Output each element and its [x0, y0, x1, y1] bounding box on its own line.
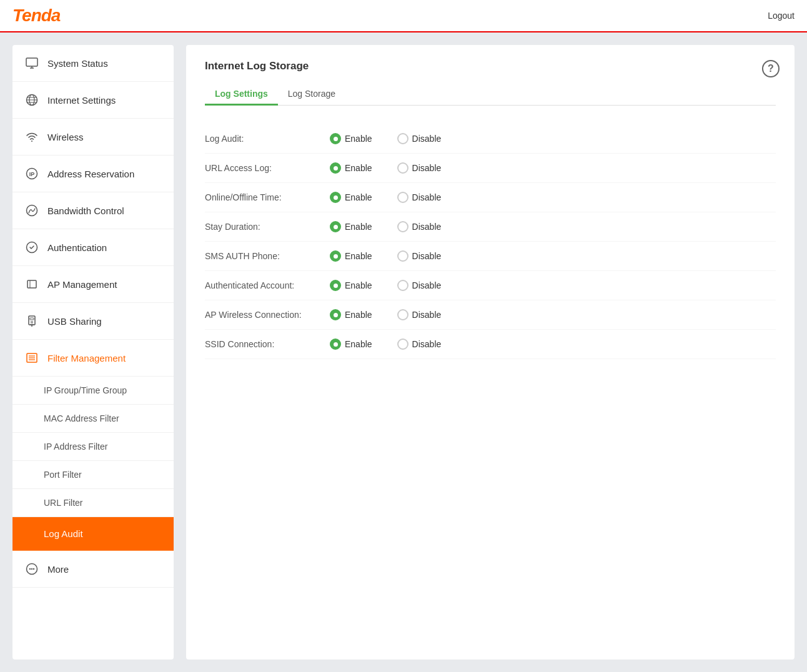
enable-radio-url-access-log[interactable]	[330, 162, 341, 174]
sidebar-item-address-reservation[interactable]: IP Address Reservation	[12, 156, 174, 192]
disable-option-ssid-connection[interactable]: Disable	[397, 338, 442, 350]
sidebar-sub-item-label: URL Filter	[44, 498, 83, 508]
sidebar-sub-item-ip-group-time-group[interactable]: IP Group/Time Group	[12, 377, 174, 405]
radio-group-online-offline-time: EnableDisable	[330, 192, 441, 203]
disable-option-log-audit[interactable]: Disable	[397, 133, 442, 144]
enable-option-url-access-log[interactable]: Enable	[330, 162, 372, 174]
disable-label-log-audit: Disable	[412, 134, 442, 144]
disable-option-ap-wireless-connection[interactable]: Disable	[397, 309, 442, 320]
enable-label-online-offline-time: Enable	[345, 192, 372, 202]
disable-radio-online-offline-time[interactable]	[397, 192, 408, 203]
enable-option-online-offline-time[interactable]: Enable	[330, 192, 372, 203]
enable-label-ap-wireless-connection: Enable	[345, 310, 372, 320]
svg-point-8	[31, 141, 32, 142]
disable-option-url-access-log[interactable]: Disable	[397, 162, 442, 174]
enable-option-stay-duration[interactable]: Enable	[330, 221, 372, 232]
disable-label-stay-duration: Disable	[412, 222, 442, 232]
disable-radio-sms-auth-phone[interactable]	[397, 250, 408, 262]
usb-icon	[25, 314, 39, 328]
header: Tenda Logout	[0, 0, 807, 32]
monitor-icon	[25, 56, 39, 70]
logout-button[interactable]: Logout	[768, 11, 795, 21]
sidebar-item-label: Filter Management	[47, 353, 126, 363]
sidebar-item-label: Wireless	[47, 132, 84, 142]
sidebar-item-authentication[interactable]: Authentication	[12, 229, 174, 266]
enable-radio-ssid-connection[interactable]	[330, 338, 341, 350]
form-row-online-offline-time: Online/Offline Time:EnableDisable	[205, 183, 776, 212]
sidebar-sub-item-url-filter[interactable]: URL Filter	[12, 489, 174, 517]
sidebar-item-more[interactable]: More	[12, 551, 174, 588]
disable-radio-stay-duration[interactable]	[397, 221, 408, 232]
form-label-ap-wireless-connection: AP Wireless Connection:	[205, 310, 330, 320]
page-title: Internet Log Storage	[205, 60, 776, 72]
form-rows: Log Audit:EnableDisableURL Access Log:En…	[205, 124, 776, 359]
disable-label-ssid-connection: Disable	[412, 339, 442, 349]
enable-label-log-audit: Enable	[345, 134, 372, 144]
disable-radio-ssid-connection[interactable]	[397, 338, 408, 350]
sidebar-item-system-status[interactable]: System Status	[12, 45, 174, 82]
form-label-log-audit: Log Audit:	[205, 134, 330, 144]
sidebar-sub-item-port-filter[interactable]: Port Filter	[12, 461, 174, 489]
sidebar-item-internet-settings[interactable]: Internet Settings	[12, 82, 174, 119]
sidebar-item-filter-management[interactable]: Filter Management	[12, 340, 174, 377]
radio-group-log-audit: EnableDisable	[330, 133, 441, 144]
radio-group-ap-wireless-connection: EnableDisable	[330, 309, 441, 320]
disable-radio-authenticated-account[interactable]	[397, 280, 408, 291]
radio-group-sms-auth-phone: EnableDisable	[330, 250, 441, 262]
sidebar-item-wireless[interactable]: Wireless	[12, 119, 174, 156]
enable-option-sms-auth-phone[interactable]: Enable	[330, 250, 372, 262]
enable-option-authenticated-account[interactable]: Enable	[330, 280, 372, 291]
tabs: Log Settings Log Storage	[205, 84, 776, 106]
form-label-online-offline-time: Online/Offline Time:	[205, 192, 330, 202]
form-label-ssid-connection: SSID Connection:	[205, 339, 330, 349]
enable-radio-online-offline-time[interactable]	[330, 192, 341, 203]
sidebar-item-usb-sharing[interactable]: USB Sharing	[12, 303, 174, 340]
form-label-authenticated-account: Authenticated Account:	[205, 280, 330, 290]
disable-option-stay-duration[interactable]: Disable	[397, 221, 442, 232]
sidebar-item-bandwidth-control[interactable]: Bandwidth Control	[12, 192, 174, 229]
svg-rect-16	[30, 318, 34, 320]
enable-label-stay-duration: Enable	[345, 222, 372, 232]
main-container: System Status Internet Settings	[0, 32, 807, 672]
bandwidth-icon	[25, 204, 39, 217]
sidebar-item-ap-management[interactable]: AP Management	[12, 266, 174, 303]
tab-log-settings[interactable]: Log Settings	[205, 84, 278, 106]
disable-radio-url-access-log[interactable]	[397, 162, 408, 174]
radio-group-authenticated-account: EnableDisable	[330, 280, 441, 291]
form-row-authenticated-account: Authenticated Account:EnableDisable	[205, 271, 776, 300]
disable-radio-ap-wireless-connection[interactable]	[397, 309, 408, 320]
auth-icon	[25, 240, 39, 254]
enable-option-ssid-connection[interactable]: Enable	[330, 338, 372, 350]
form-row-sms-auth-phone: SMS AUTH Phone:EnableDisable	[205, 242, 776, 271]
sidebar-sub-item-label: Port Filter	[44, 470, 82, 480]
enable-option-ap-wireless-connection[interactable]: Enable	[330, 309, 372, 320]
disable-radio-log-audit[interactable]	[397, 133, 408, 144]
sidebar-sub-item-label: IP Group/Time Group	[44, 385, 127, 395]
form-label-sms-auth-phone: SMS AUTH Phone:	[205, 251, 330, 261]
svg-rect-13	[27, 280, 36, 288]
enable-label-ssid-connection: Enable	[345, 339, 372, 349]
enable-radio-ap-wireless-connection[interactable]	[330, 309, 341, 320]
enable-radio-log-audit[interactable]	[330, 133, 341, 144]
disable-option-authenticated-account[interactable]: Disable	[397, 280, 442, 291]
disable-label-sms-auth-phone: Disable	[412, 251, 442, 261]
sidebar: System Status Internet Settings	[12, 45, 174, 660]
sidebar-sub-item-ip-address-filter[interactable]: IP Address Filter	[12, 433, 174, 461]
enable-radio-stay-duration[interactable]	[330, 221, 341, 232]
svg-point-27	[31, 568, 32, 570]
enable-radio-sms-auth-phone[interactable]	[330, 250, 341, 262]
svg-rect-15	[29, 316, 35, 325]
disable-label-online-offline-time: Disable	[412, 192, 442, 202]
enable-option-log-audit[interactable]: Enable	[330, 133, 372, 144]
sidebar-sub-item-mac-address-filter[interactable]: MAC Address Filter	[12, 405, 174, 433]
form-row-url-access-log: URL Access Log:EnableDisable	[205, 154, 776, 183]
ip-icon: IP	[25, 167, 39, 180]
tenda-logo: Tenda	[12, 6, 60, 26]
enable-radio-authenticated-account[interactable]	[330, 280, 341, 291]
disable-option-online-offline-time[interactable]: Disable	[397, 192, 442, 203]
help-icon[interactable]: ?	[762, 60, 780, 77]
tab-log-storage[interactable]: Log Storage	[278, 84, 345, 106]
sidebar-sub-item-log-audit[interactable]: Log Audit	[12, 517, 174, 551]
sidebar-item-label: Address Reservation	[47, 169, 134, 179]
disable-option-sms-auth-phone[interactable]: Disable	[397, 250, 442, 262]
